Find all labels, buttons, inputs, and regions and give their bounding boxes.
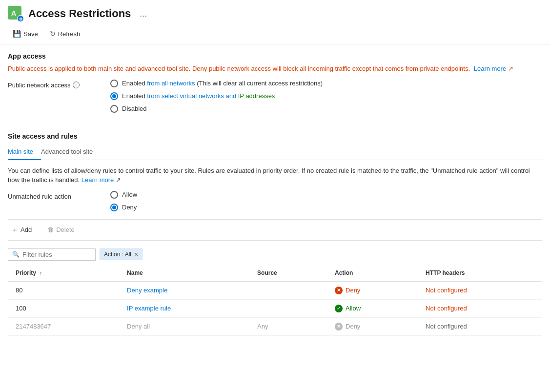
app-access-learn-more[interactable]: Learn more (474, 65, 506, 72)
app-access-info-text: Public access is applied to both main si… (8, 65, 470, 72)
col-http-headers: HTTP headers (418, 265, 542, 282)
radio-select-networks-label: Enabled from select virtual networks and… (122, 92, 275, 100)
cell-action: ✕ Deny (327, 317, 418, 335)
radio-disabled-label: Disabled (122, 105, 147, 112)
tab-main-site[interactable]: Main site (8, 144, 41, 160)
filter-row: 🔍 Action : All × (8, 245, 542, 265)
external-link-icon: ↗ (508, 65, 513, 72)
radio-disabled-circle (110, 105, 118, 113)
save-icon: 💾 (13, 30, 21, 38)
deny-label-muted: Deny (346, 323, 360, 330)
filter-search-icon: 🔍 (12, 251, 20, 258)
filter-tag-close[interactable]: × (134, 250, 138, 258)
http-headers-value: Not configured (426, 287, 467, 294)
deny-icon-muted: ✕ (335, 323, 343, 330)
header-ellipsis[interactable]: ... (140, 9, 147, 19)
cell-priority: 80 (8, 281, 119, 299)
action-allow-badge: ✓ Allow (335, 305, 410, 312)
table-row[interactable]: 80 Deny example ✕ Deny Not configured (8, 281, 542, 299)
app-access-section: App access Public access is applied to b… (0, 44, 550, 124)
action-deny-badge-muted: ✕ Deny (335, 323, 410, 330)
cell-http-headers: Not configured (418, 281, 542, 299)
http-headers-value: Not configured (426, 305, 467, 312)
site-access-external-icon: ↗ (116, 176, 121, 184)
unmatched-deny-option[interactable]: Deny (110, 204, 137, 211)
app-icon: A ⚙ (8, 6, 23, 21)
rules-table-body: 80 Deny example ✕ Deny Not configured (8, 281, 542, 335)
public-network-access-label: Public network access i (8, 80, 91, 89)
col-name: Name (119, 265, 249, 282)
http-headers-value-gray: Not configured (426, 323, 467, 330)
cell-action: ✓ Allow (327, 299, 418, 317)
radio-deny-label: Deny (122, 204, 137, 211)
public-network-option-all[interactable]: Enabled from all networks (This will cle… (110, 80, 323, 87)
radio-allow-label: Allow (122, 191, 137, 198)
deny-icon: ✕ (335, 287, 343, 294)
col-source: Source (249, 265, 327, 282)
app-access-heading: App access (8, 52, 542, 60)
add-icon: ＋ (12, 226, 18, 234)
radio-all-networks-label: Enabled from all networks (This will cle… (122, 80, 323, 87)
tab-advanced-tool-site[interactable]: Advanced tool site (41, 144, 101, 160)
cell-http-headers: Not configured (418, 299, 542, 317)
delete-rule-label: Delete (56, 226, 75, 233)
unmatched-radio-group: Allow Deny (110, 191, 137, 211)
rules-toolbar: ＋ Add 🗑 Delete (8, 219, 542, 241)
rules-table-header: Priority ↑ Name Source Action HTTP heade… (8, 265, 542, 282)
save-button[interactable]: 💾 Save (8, 27, 43, 40)
allow-label: Allow (346, 305, 361, 312)
unmatched-allow-option[interactable]: Allow (110, 191, 137, 199)
cell-name: Deny example (119, 281, 249, 299)
cell-source (249, 281, 327, 299)
rule-name-link[interactable]: Deny example (127, 287, 167, 294)
site-access-learn-more[interactable]: Learn more (81, 176, 114, 184)
public-network-radio-group: Enabled from all networks (This will cle… (110, 80, 323, 113)
col-priority[interactable]: Priority ↑ (8, 265, 119, 282)
radio-select-networks-circle (110, 92, 118, 100)
cell-priority: 100 (8, 299, 119, 317)
add-rule-button[interactable]: ＋ Add (8, 224, 36, 236)
site-access-description: You can define lists of allow/deny rules… (8, 166, 542, 185)
unmatched-rule-label: Unmatched rule action (8, 191, 91, 200)
site-tabs: Main site Advanced tool site (8, 144, 542, 160)
save-label: Save (23, 30, 38, 38)
radio-all-networks-circle (110, 80, 118, 87)
filter-rules-input[interactable] (22, 251, 91, 258)
delete-rule-button[interactable]: 🗑 Delete (43, 224, 79, 235)
action-deny-badge: ✕ Deny (335, 287, 410, 294)
allow-icon: ✓ (335, 305, 343, 312)
page-title: Access Restrictions (28, 7, 131, 20)
rules-table: Priority ↑ Name Source Action HTTP heade… (8, 265, 542, 336)
filter-input-wrap: 🔍 (8, 248, 96, 261)
sort-icon-priority: ↑ (40, 270, 42, 276)
cell-http-headers: Not configured (418, 317, 542, 335)
radio-deny-circle (110, 204, 118, 211)
app-access-info: Public access is applied to both main si… (8, 64, 542, 74)
public-network-option-disabled[interactable]: Disabled (110, 105, 323, 113)
radio-allow-circle (110, 191, 118, 199)
rule-name-link[interactable]: IP example rule (127, 305, 171, 312)
refresh-icon: ↻ (50, 30, 56, 38)
refresh-label: Refresh (58, 30, 81, 38)
main-toolbar: 💾 Save ↻ Refresh (0, 25, 550, 44)
svg-text:A: A (11, 9, 16, 17)
cell-source (249, 299, 327, 317)
site-access-heading: Site access and rules (8, 132, 542, 140)
public-network-option-select[interactable]: Enabled from select virtual networks and… (110, 92, 323, 100)
add-rule-label: Add (20, 226, 32, 233)
table-row: 2147483647 Deny all Any ✕ Deny Not confi… (8, 317, 542, 335)
delete-icon: 🗑 (47, 226, 54, 233)
page-header: A ⚙ Access Restrictions ... (0, 0, 550, 25)
cell-priority: 2147483647 (8, 317, 119, 335)
refresh-button[interactable]: ↻ Refresh (45, 27, 85, 40)
cell-name: IP example rule (119, 299, 249, 317)
filter-tag-label: Action : All (104, 251, 131, 258)
cell-action: ✕ Deny (327, 281, 418, 299)
site-access-section: Site access and rules Main site Advanced… (0, 124, 550, 344)
deny-label: Deny (346, 287, 360, 294)
public-network-info-icon[interactable]: i (73, 82, 80, 88)
table-row[interactable]: 100 IP example rule ✓ Allow Not configur… (8, 299, 542, 317)
access-restrictions-page: A ⚙ Access Restrictions ... 💾 Save ↻ Ref… (0, 0, 550, 392)
action-filter-tag: Action : All × (100, 248, 143, 260)
svg-text:⚙: ⚙ (19, 17, 22, 21)
